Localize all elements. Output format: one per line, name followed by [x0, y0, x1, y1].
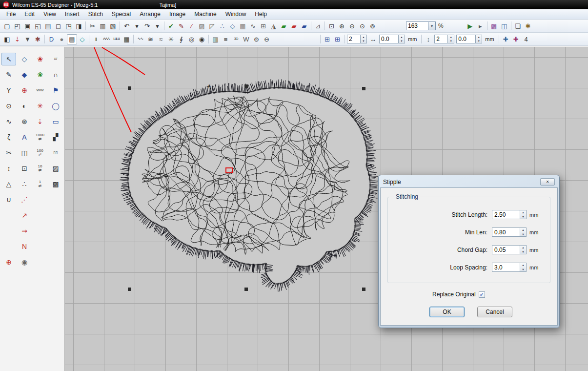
redo-icon[interactable]: ↷ [142, 21, 152, 31]
color-blue-icon[interactable]: ▰ [299, 21, 309, 31]
tatami-icon[interactable]: ▦ [122, 34, 132, 44]
density-1-tool[interactable]: 1 ⇄ [33, 178, 47, 190]
grid-columns-stepper[interactable]: ▲▼ [361, 35, 367, 43]
mirror-v-icon[interactable]: ⊞ [332, 34, 343, 44]
target-circle-tool[interactable]: ◉ [17, 256, 32, 268]
closed-shape-icon[interactable]: ◇ [77, 34, 87, 44]
density-1000-tool[interactable]: 1000 ⇄ [33, 131, 47, 144]
menu-stitch[interactable]: Stitch [84, 10, 107, 19]
stipple-run-icon[interactable]: ∮ [176, 34, 186, 44]
properties-icon[interactable]: ✱ [523, 21, 533, 31]
selection-handle[interactable] [244, 288, 248, 291]
lines-icon[interactable]: ≡ [221, 34, 231, 44]
zigzag-icon[interactable]: ΛΛΛ [101, 34, 111, 44]
grid-rows-input[interactable] [434, 35, 448, 43]
mesh-tool[interactable]: ▞ [48, 131, 63, 144]
loop-spacing-input[interactable] [492, 263, 520, 272]
density-100-tool[interactable]: 100 ⇄ [33, 146, 47, 159]
menu-insert[interactable]: Insert [61, 10, 84, 19]
dialog-titlebar[interactable]: Stipple ✕ [380, 176, 558, 187]
grid-columns-field[interactable]: ▲▼ [347, 35, 367, 43]
menu-window[interactable]: Window [221, 10, 251, 19]
cancel-button[interactable]: Cancel [477, 307, 512, 317]
warp-effect-icon[interactable]: W [241, 34, 251, 44]
undo-dropdown-icon[interactable]: ▾ [132, 21, 142, 31]
color-green-icon[interactable]: ▰ [279, 21, 289, 31]
chord-gap-input[interactable] [492, 245, 520, 254]
menu-help[interactable]: Help [250, 10, 271, 19]
undo-icon[interactable]: ↶ [122, 21, 132, 31]
ring-tool[interactable]: ∪ [1, 193, 16, 206]
save-icon[interactable]: ▣ [22, 21, 33, 31]
grid-icon[interactable]: ⊞ [258, 21, 268, 31]
red-n-run-tool[interactable]: N [17, 240, 32, 253]
selection-handle[interactable] [128, 288, 131, 291]
branch-tool[interactable]: Y [1, 84, 16, 97]
e-stitch-icon[interactable]: ШШ [111, 34, 122, 44]
blue-shape-tool[interactable]: ◆ [17, 68, 32, 81]
satin-icon[interactable]: ||| [91, 34, 101, 44]
grid-rows-field[interactable]: ▲▼ [434, 35, 454, 43]
lettering-tool[interactable]: A [17, 131, 32, 144]
red-zigzag-run-tool[interactable]: ⇝ [17, 225, 32, 237]
h-offset-input[interactable] [379, 35, 399, 43]
menu-view[interactable]: View [39, 10, 61, 19]
blank[interactable] [48, 225, 63, 237]
min-len-stepper[interactable]: ▲▼ [520, 227, 527, 237]
density-10-tool[interactable]: 10 ⇄ [33, 162, 47, 175]
rectangle-tool[interactable]: ▭ [48, 115, 63, 128]
chart-icon[interactable]: ◮ [268, 21, 279, 31]
wedge-tool[interactable]: △ [1, 178, 16, 190]
freehand-tool[interactable]: ζ [1, 131, 16, 144]
selection-handle[interactable] [244, 84, 248, 88]
cord-icon[interactable]: ⊖ [262, 34, 272, 44]
export-icon[interactable]: ◳ [63, 21, 74, 31]
dots-fill-icon[interactable]: ∴ [217, 21, 227, 31]
connectors-icon[interactable]: ✱ [33, 34, 43, 44]
star-stitch-tool[interactable]: ✳ [33, 100, 47, 112]
menu-special[interactable]: Special [107, 10, 135, 19]
new-icon[interactable]: ▢ [2, 21, 12, 31]
ok-button[interactable]: OK [429, 307, 465, 317]
title-bar[interactable]: ES Wilcom ES-65 Designer - [Mozg-5:1 Taj… [0, 0, 588, 9]
print-preview-icon[interactable]: ◻ [53, 21, 63, 31]
fancy-fill-icon[interactable]: ▦ [238, 21, 248, 31]
blank[interactable] [48, 209, 63, 222]
marquee-tool[interactable]: ⊡ [17, 162, 32, 175]
grid-rows-stepper[interactable]: ▲▼ [448, 35, 454, 43]
menu-arrange[interactable]: Arrange [135, 10, 165, 19]
measure-updown-tool[interactable]: ↕ [1, 162, 16, 175]
sequin-icon[interactable]: ⊜ [251, 34, 262, 44]
curve-icon[interactable]: ∿ [248, 21, 258, 31]
selection-handle[interactable] [362, 87, 365, 90]
blank[interactable] [48, 240, 63, 253]
blank[interactable] [1, 240, 16, 253]
cross-fill-icon[interactable]: ✳ [166, 34, 176, 44]
node-edit-tool[interactable]: ✎ [1, 68, 16, 81]
select-tool[interactable]: ↖ [1, 53, 16, 65]
run-stitch-icon[interactable]: ∕ [186, 21, 197, 31]
overlap-check-icon[interactable]: ▩ [489, 21, 499, 31]
zoom-1to1-icon[interactable]: ⊙ [357, 21, 367, 31]
center-target-tool[interactable]: ⊕ [17, 84, 32, 97]
parallel-lines-tool[interactable]: /// [48, 53, 63, 65]
cut-icon[interactable]: ✂ [87, 21, 98, 31]
center-design-icon[interactable]: ✚ [511, 34, 521, 44]
show-stitches-icon[interactable]: ▼ [22, 34, 33, 44]
min-len-input[interactable] [492, 227, 520, 237]
mirror-copy-tool[interactable]: ◫ [17, 146, 32, 159]
3d-effect-icon[interactable]: 3D [231, 34, 241, 44]
zoom-out-icon[interactable]: ⊖ [347, 21, 357, 31]
loop-spacing-stepper[interactable]: ▲▼ [520, 263, 527, 272]
dots-tool[interactable]: ∴ [17, 178, 32, 190]
red-dotted-run-tool[interactable]: ⋰ [17, 193, 32, 206]
send-to-machine-icon[interactable]: ◨ [74, 21, 84, 31]
needle-point-icon[interactable]: ⇣ [12, 34, 22, 44]
contour-fill-icon[interactable]: ◎ [186, 34, 197, 44]
h-offset-stepper[interactable]: ▲▼ [399, 35, 405, 43]
dot-object-icon[interactable]: ● [57, 34, 67, 44]
satin-stitch-icon[interactable]: ▨ [197, 21, 207, 31]
blank[interactable] [48, 256, 63, 268]
menu-edit[interactable]: Edit [20, 10, 39, 19]
stitch-player-icon[interactable]: ▶ [465, 21, 475, 31]
